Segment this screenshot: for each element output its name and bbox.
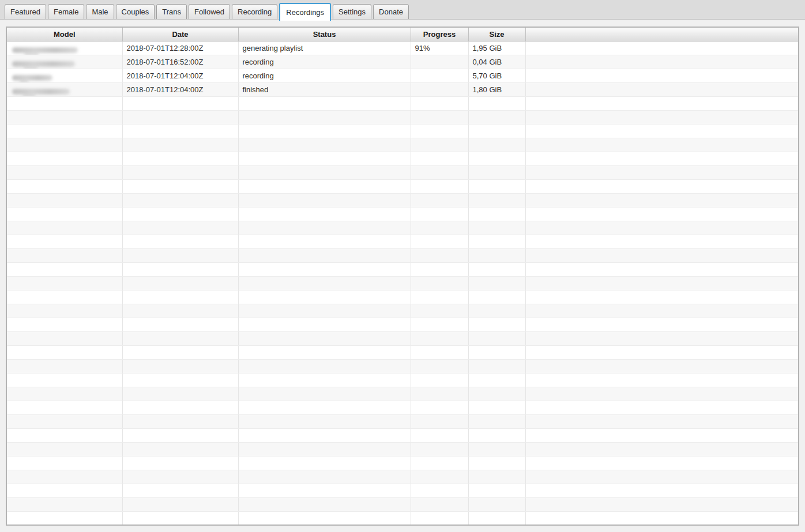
- size-cell: [468, 387, 525, 401]
- empty-row: [6, 484, 799, 497]
- date-cell: [122, 124, 238, 138]
- progress-cell: [411, 69, 468, 82]
- model-cell: [6, 387, 122, 401]
- column-header-date[interactable]: Date: [122, 27, 238, 41]
- size-cell: [468, 207, 525, 221]
- spacer-cell: [525, 193, 799, 207]
- spacer-cell: [525, 331, 799, 345]
- size-cell: [468, 359, 525, 373]
- column-header-status[interactable]: Status: [238, 27, 411, 41]
- date-cell: 2018-07-01T12:04:00Z: [122, 82, 238, 96]
- spacer-cell: [525, 497, 799, 511]
- status-cell: [238, 152, 411, 165]
- model-cell: [6, 304, 122, 318]
- spacer-cell: [525, 318, 799, 331]
- empty-row: [6, 497, 799, 511]
- date-cell: [122, 248, 238, 262]
- model-cell: [6, 221, 122, 235]
- progress-cell: [411, 511, 468, 525]
- date-cell: [122, 96, 238, 110]
- model-cell: [6, 110, 122, 124]
- recording-row[interactable]: 2018-07-01T12:04:00Zfinished1,80 GiB: [6, 82, 799, 96]
- model-cell: [6, 470, 122, 484]
- model-cell: [6, 428, 122, 442]
- progress-cell: [411, 345, 468, 359]
- progress-cell: [411, 262, 468, 276]
- size-cell: [468, 345, 525, 359]
- column-header-spacer[interactable]: [525, 27, 799, 41]
- tab-recordings[interactable]: Recordings: [279, 3, 331, 21]
- tab-settings[interactable]: Settings: [333, 4, 371, 19]
- date-cell: [122, 414, 238, 428]
- empty-row: [6, 359, 799, 373]
- date-cell: [122, 304, 238, 318]
- empty-row: [6, 110, 799, 124]
- progress-cell: [411, 401, 468, 414]
- column-header-progress[interactable]: Progress: [411, 27, 468, 41]
- size-cell: [468, 414, 525, 428]
- model-cell: [6, 82, 122, 96]
- tab-female[interactable]: Female: [48, 4, 84, 19]
- model-cell: [6, 165, 122, 179]
- header-row: ModelDateStatusProgressSize: [6, 27, 799, 41]
- recording-row[interactable]: 2018-07-01T16:52:00Zrecording0,04 GiB: [6, 55, 799, 69]
- app-window: FeaturedFemaleMaleCouplesTransFollowedRe…: [0, 0, 805, 20]
- model-cell: [6, 331, 122, 345]
- tab-followed[interactable]: Followed: [189, 4, 230, 19]
- status-cell: [238, 304, 411, 318]
- tab-featured[interactable]: Featured: [5, 4, 46, 19]
- recording-row[interactable]: 2018-07-01T12:28:00Zgenerating playlist9…: [6, 41, 799, 55]
- status-cell: [238, 359, 411, 373]
- status-cell: [238, 414, 411, 428]
- redacted-model-name: [12, 89, 70, 95]
- spacer-cell: [525, 442, 799, 456]
- date-cell: [122, 497, 238, 511]
- spacer-cell: [525, 401, 799, 414]
- spacer-cell: [525, 152, 799, 165]
- tab-recording[interactable]: Recording: [232, 4, 277, 19]
- date-cell: [122, 235, 238, 248]
- status-cell: [238, 207, 411, 221]
- redacted-model-name: [12, 75, 52, 81]
- date-cell: [122, 511, 238, 525]
- tab-couples[interactable]: Couples: [116, 4, 155, 19]
- spacer-cell: [525, 96, 799, 110]
- tab-trans[interactable]: Trans: [156, 4, 187, 19]
- progress-cell: [411, 55, 468, 69]
- tab-donate[interactable]: Donate: [373, 4, 409, 19]
- status-cell: [238, 165, 411, 179]
- size-cell: [468, 235, 525, 248]
- tab-male[interactable]: Male: [86, 4, 114, 19]
- date-cell: [122, 221, 238, 235]
- model-cell: [6, 262, 122, 276]
- progress-cell: [411, 497, 468, 511]
- status-cell: [238, 456, 411, 470]
- spacer-cell: [525, 484, 799, 497]
- empty-row: [6, 456, 799, 470]
- date-cell: [122, 276, 238, 290]
- spacer-cell: [525, 235, 799, 248]
- status-cell: [238, 345, 411, 359]
- status-cell: [238, 276, 411, 290]
- progress-cell: [411, 179, 468, 193]
- model-cell: [6, 318, 122, 331]
- progress-cell: [411, 96, 468, 110]
- size-cell: [468, 497, 525, 511]
- size-cell: [468, 511, 525, 525]
- column-header-size[interactable]: Size: [468, 27, 525, 41]
- size-cell: [468, 373, 525, 387]
- empty-row: [6, 179, 799, 193]
- size-cell: [468, 318, 525, 331]
- column-header-model[interactable]: Model: [6, 27, 122, 41]
- recording-row[interactable]: 2018-07-01T12:04:00Zrecording5,70 GiB: [6, 69, 799, 82]
- status-cell: [238, 442, 411, 456]
- model-cell: [6, 276, 122, 290]
- model-cell: [6, 235, 122, 248]
- status-cell: recording: [238, 55, 411, 69]
- model-cell: [6, 152, 122, 165]
- size-cell: [468, 456, 525, 470]
- model-cell: [6, 414, 122, 428]
- date-cell: [122, 193, 238, 207]
- empty-row: [6, 96, 799, 110]
- status-cell: generating playlist: [238, 41, 411, 55]
